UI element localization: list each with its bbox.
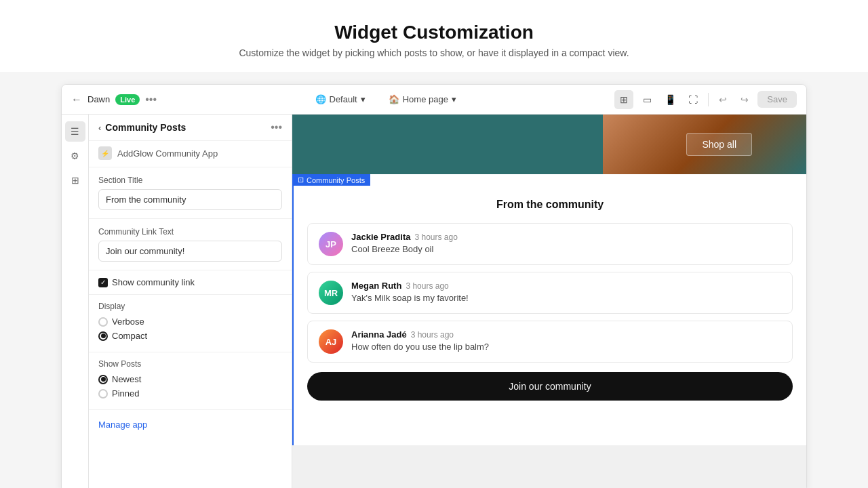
- manage-app-section: Manage app: [89, 410, 292, 439]
- post-meta: Megan Ruth 3 hours ago: [351, 281, 781, 291]
- sidebar-icons: ☰ ⚙ ⊞: [62, 115, 89, 488]
- post-card: AJ Arianna Jadé 3 hours ago How often do…: [307, 321, 793, 363]
- post-text: Yak's Milk soap is my favorite!: [351, 293, 781, 303]
- save-button[interactable]: Save: [757, 91, 797, 108]
- page-title: Widget Customization: [14, 22, 854, 43]
- display-group: Display Verbose Compact: [89, 295, 292, 352]
- store-name: Dawn: [87, 94, 110, 104]
- app-info: ⚡ AddGlow Community App: [89, 141, 292, 167]
- section-title-label: Section Title: [98, 176, 282, 185]
- live-badge: Live: [115, 94, 140, 105]
- show-community-link-checkbox[interactable]: [98, 278, 108, 287]
- section-title-input[interactable]: [98, 189, 282, 210]
- theme-selector[interactable]: 🌐 Default ▾: [310, 92, 371, 107]
- panel-more-icon[interactable]: •••: [271, 121, 282, 134]
- verbose-label: Verbose: [112, 317, 144, 327]
- settings-icon[interactable]: ⚙: [65, 146, 85, 166]
- community-link-label: Community Link Text: [98, 227, 282, 237]
- avatar: AJ: [319, 329, 343, 354]
- fullscreen-view-btn[interactable]: ⛶: [684, 90, 703, 109]
- post-content: Jackie Pradita 3 hours ago Cool Breeze B…: [351, 232, 781, 254]
- page-label: Home page: [403, 94, 448, 104]
- verbose-option[interactable]: Verbose: [98, 317, 282, 327]
- section-heading: From the community: [307, 199, 793, 211]
- compact-option[interactable]: Compact: [98, 331, 282, 341]
- preview-inner: Shop all ⊡ Community Posts From the comm…: [292, 115, 806, 488]
- main-layout: ☰ ⚙ ⊞ ‹ Community Posts ••• ⚡ AddGlow Co…: [62, 115, 806, 488]
- page-selector[interactable]: 🏠 Home page ▾: [383, 92, 462, 107]
- chevron-down-icon: ▾: [452, 94, 456, 104]
- globe-icon: 🌐: [315, 94, 326, 104]
- tablet-view-btn[interactable]: ▭: [637, 90, 656, 109]
- verbose-radio[interactable]: [98, 317, 108, 327]
- undo-btn[interactable]: ↩: [714, 91, 732, 108]
- back-arrow-icon[interactable]: ‹: [98, 123, 101, 133]
- post-card: JP Jackie Pradita 3 hours ago Cool Breez…: [307, 223, 793, 265]
- post-card: MR Megan Ruth 3 hours ago Yak's Milk soa…: [307, 272, 793, 314]
- post-author: Megan Ruth: [351, 281, 401, 291]
- topbar-left: ← Dawn Live •••: [71, 94, 157, 106]
- topbar: ← Dawn Live ••• 🌐 Default ▾ 🏠 Home page …: [62, 85, 806, 115]
- section-title-section: Section Title: [89, 167, 292, 219]
- newest-option[interactable]: Newest: [98, 374, 282, 384]
- post-text: Cool Breeze Body oil: [351, 244, 781, 254]
- pinned-radio[interactable]: [98, 389, 108, 399]
- header-left: ‹ Community Posts: [98, 122, 186, 133]
- compact-radio-inner: [101, 333, 106, 338]
- redo-btn[interactable]: ↪: [736, 91, 753, 108]
- divider: [708, 93, 709, 106]
- show-community-link-label: Show community link: [112, 277, 195, 287]
- more-options-icon[interactable]: •••: [145, 94, 157, 106]
- apps-icon[interactable]: ⊞: [65, 170, 85, 190]
- post-time: 3 hours ago: [411, 330, 454, 340]
- app-icon: ⚡: [98, 146, 112, 160]
- post-meta: Arianna Jadé 3 hours ago: [351, 329, 781, 340]
- join-community-button[interactable]: Join our community: [307, 372, 793, 401]
- mobile-view-btn[interactable]: 📱: [660, 90, 679, 109]
- community-section: ⊡ Community Posts From the community JP …: [292, 174, 806, 445]
- panel-title: Community Posts: [105, 122, 186, 133]
- newest-radio-inner: [101, 377, 106, 382]
- post-content: Arianna Jadé 3 hours ago How often do yo…: [351, 329, 781, 352]
- avatar: JP: [319, 232, 343, 256]
- show-posts-label: Show Posts: [98, 359, 282, 369]
- display-label: Display: [98, 302, 282, 311]
- home-icon: 🏠: [389, 94, 399, 104]
- preview-area: Shop all ⊡ Community Posts From the comm…: [292, 115, 806, 488]
- shop-all-button[interactable]: Shop all: [686, 133, 752, 156]
- topbar-right: ⊞ ▭ 📱 ⛶ ↩ ↪ Save: [614, 90, 797, 109]
- community-link-input[interactable]: [98, 241, 282, 262]
- avatar-initials: AJ: [319, 329, 343, 354]
- desktop-view-btn[interactable]: ⊞: [614, 90, 633, 109]
- pinned-label: Pinned: [112, 388, 139, 399]
- compact-radio[interactable]: [98, 331, 108, 341]
- posts-list: JP Jackie Pradita 3 hours ago Cool Breez…: [307, 223, 793, 363]
- chevron-down-icon: ▾: [361, 94, 366, 104]
- post-meta: Jackie Pradita 3 hours ago: [351, 232, 781, 242]
- community-posts-label: ⊡ Community Posts: [292, 174, 370, 186]
- community-icon: ⊡: [298, 176, 304, 184]
- compact-label: Compact: [112, 331, 147, 341]
- post-time: 3 hours ago: [406, 281, 448, 291]
- pinned-option[interactable]: Pinned: [98, 388, 282, 399]
- hero-banner: Shop all: [292, 115, 806, 174]
- post-content: Megan Ruth 3 hours ago Yak's Milk soap i…: [351, 281, 781, 303]
- topbar-center: 🌐 Default ▾ 🏠 Home page ▾: [165, 92, 606, 107]
- settings-panel: ‹ Community Posts ••• ⚡ AddGlow Communit…: [89, 115, 292, 488]
- newest-radio[interactable]: [98, 375, 108, 384]
- page-header: Widget Customization Customize the widge…: [0, 0, 868, 72]
- sections-icon[interactable]: ☰: [65, 121, 85, 142]
- avatar-initials: JP: [319, 232, 343, 256]
- app-frame: ← Dawn Live ••• 🌐 Default ▾ 🏠 Home page …: [61, 84, 807, 488]
- show-community-link-row[interactable]: Show community link: [89, 270, 292, 295]
- settings-header: ‹ Community Posts •••: [89, 115, 292, 141]
- post-author: Arianna Jadé: [351, 329, 407, 340]
- community-link-section: Community Link Text: [89, 219, 292, 270]
- show-posts-group: Show Posts Newest Pinned: [89, 352, 292, 410]
- back-icon[interactable]: ←: [71, 94, 82, 106]
- app-name: AddGlow Community App: [117, 148, 218, 159]
- theme-label: Default: [330, 94, 357, 104]
- manage-app-link[interactable]: Manage app: [98, 420, 147, 430]
- avatar-initials: MR: [319, 281, 343, 305]
- community-posts-content: From the community JP Jackie Pradita 3 h…: [292, 174, 806, 445]
